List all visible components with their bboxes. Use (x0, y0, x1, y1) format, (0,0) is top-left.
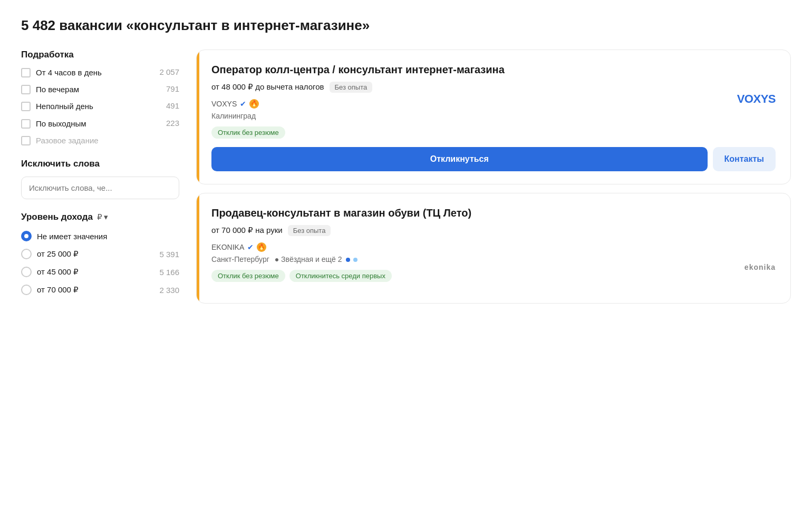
company-name-job1: VOXYS (211, 100, 237, 108)
filter-count-4hours: 2 057 (158, 67, 179, 76)
checkbox-4hours[interactable] (21, 68, 31, 77)
chevron-down-icon: ▾ (104, 212, 108, 222)
tag-row-job1: Отклик без резюме (211, 126, 776, 139)
filter-item-weekends[interactable]: По выходным 223 (21, 119, 179, 129)
currency-selector[interactable]: ₽ ▾ (97, 212, 108, 222)
verified-icon-job1: ✔ (240, 100, 246, 108)
company-name-job2: EKONIKA (211, 243, 244, 251)
radio-circle-45000[interactable] (21, 267, 32, 277)
filter-item-partday[interactable]: Неполный день 491 (21, 101, 179, 112)
job-card-job2: ekonika Продавец-консультант в магазин о… (196, 193, 791, 304)
radio-label-25000: от 25 000 ₽ (37, 249, 154, 259)
filter-item-onetask[interactable]: Разовое задание (21, 135, 179, 146)
tag: Откликнитесь среди первых (289, 270, 392, 282)
verified-icon-job2: ✔ (247, 243, 254, 251)
radio-label-70000: от 70 000 ₽ (37, 285, 154, 295)
parttime-filters: От 4 часов в день 2 057 По вечерам 791 Н… (21, 67, 179, 146)
fire-icon-job2: 🔥 (257, 242, 266, 252)
radio-circle-any[interactable] (21, 231, 32, 241)
income-option-25000[interactable]: от 25 000 ₽ 5 391 (21, 249, 179, 259)
income-option-70000[interactable]: от 70 000 ₽ 2 330 (21, 285, 179, 295)
job-title-job1: Оператор колл-центра / консультант интер… (211, 63, 776, 76)
experience-badge-job1: Без опыта (330, 82, 373, 93)
radio-count-45000: 5 166 (159, 268, 179, 277)
income-section: Уровень дохода ₽ ▾ Не имеет значения от … (21, 212, 179, 295)
salary-row-job2: от 70 000 ₽ на руки Без опыта (211, 225, 776, 236)
filter-count-weekends: 223 (158, 119, 179, 128)
page-title: 5 482 вакансии «консультант в интернет-м… (21, 17, 791, 35)
job-cards-area: VOXYS Оператор колл-центра / консультант… (196, 50, 791, 304)
location-text: Калининград (211, 112, 256, 120)
salary-text-job1: от 48 000 ₽ до вычета налогов (211, 82, 324, 92)
salary-text-job2: от 70 000 ₽ на руки (211, 226, 283, 235)
checkbox-onetask[interactable] (21, 136, 31, 145)
filter-label-evenings: По вечерам (36, 84, 153, 95)
dot-light-icon (353, 258, 357, 262)
company-row-job1: VOXYS ✔ 🔥 (211, 99, 776, 109)
location-row-job1: Калининград (211, 112, 776, 120)
location-detail: ● Звёздная и ещё 2 (275, 255, 342, 263)
radio-count-70000: 2 330 (159, 286, 179, 295)
income-option-45000[interactable]: от 45 000 ₽ 5 166 (21, 267, 179, 277)
exclude-section-title: Исключить слова (21, 159, 179, 169)
filter-label-weekends: По выходным (36, 119, 153, 129)
experience-badge-job2: Без опыта (288, 225, 331, 236)
fire-icon-job1: 🔥 (249, 99, 259, 109)
job-title-job2: Продавец-консультант в магазин обуви (ТЦ… (211, 206, 776, 220)
radio-label-45000: от 45 000 ₽ (37, 267, 154, 277)
sidebar: Подработка От 4 часов в день 2 057 По ве… (21, 50, 179, 302)
radio-count-25000: 5 391 (159, 250, 179, 259)
income-options: Не имеет значения от 25 000 ₽ 5 391 от 4… (21, 231, 179, 295)
checkbox-weekends[interactable] (21, 119, 31, 129)
contacts-button-job1[interactable]: Контакты (713, 147, 776, 171)
checkbox-partday[interactable] (21, 102, 31, 111)
income-header: Уровень дохода ₽ ▾ (21, 212, 179, 222)
tag: Отклик без резюме (211, 270, 285, 282)
filter-label-4hours: От 4 часов в день (36, 67, 153, 78)
radio-circle-25000[interactable] (21, 249, 32, 259)
currency-symbol: ₽ (97, 212, 102, 222)
company-logo-ekonika: ekonika (745, 263, 776, 271)
apply-button-job1[interactable]: Откликнуться (211, 147, 708, 171)
location-row-job2: Санкт-Петербург ● Звёздная и ещё 2 (211, 255, 776, 263)
salary-row-job1: от 48 000 ₽ до вычета налогов Без опыта (211, 82, 776, 93)
radio-label-any: Не имеет значения (37, 232, 174, 241)
income-title: Уровень дохода (21, 212, 93, 222)
tag-row-job2: Отклик без резюмеОткликнитесь среди перв… (211, 270, 776, 282)
filter-count-partday: 491 (158, 101, 179, 110)
dot-blue-icon (346, 258, 350, 262)
exclude-section: Исключить слова (21, 159, 179, 199)
tag: Отклик без резюме (211, 126, 285, 139)
main-layout: Подработка От 4 часов в день 2 057 По ве… (21, 50, 791, 304)
filter-item-4hours[interactable]: От 4 часов в день 2 057 (21, 67, 179, 78)
income-option-any[interactable]: Не имеет значения (21, 231, 179, 241)
parttime-section-title: Подработка (21, 50, 179, 60)
exclude-input[interactable] (21, 177, 179, 199)
filter-label-onetask: Разовое задание (36, 135, 153, 146)
filter-label-partday: Неполный день (36, 101, 153, 112)
filter-count-evenings: 791 (158, 84, 179, 93)
job-card-job1: VOXYS Оператор колл-центра / консультант… (196, 50, 791, 184)
filter-item-evenings[interactable]: По вечерам 791 (21, 84, 179, 95)
company-logo-voxys: VOXYS (737, 92, 776, 106)
company-row-job2: EKONIKA ✔ 🔥 (211, 242, 776, 252)
action-row: Откликнуться Контакты (211, 147, 776, 171)
radio-circle-70000[interactable] (21, 285, 32, 295)
checkbox-evenings[interactable] (21, 85, 31, 94)
location-text: Санкт-Петербург (211, 255, 269, 263)
